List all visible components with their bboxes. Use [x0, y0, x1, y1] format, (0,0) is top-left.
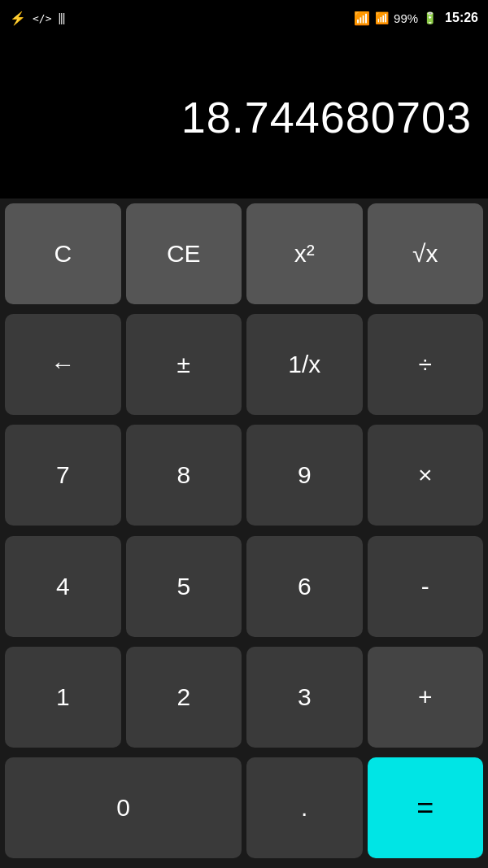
battery-icon: 🔋 [423, 11, 437, 24]
display-area: 18.744680703 [0, 36, 488, 198]
btn-1[interactable]: 1 [5, 647, 121, 748]
display-value: 18.744680703 [181, 92, 472, 142]
button-row-4: 4 5 6 - [5, 536, 483, 642]
button-row-1: C CE x² √x [5, 203, 483, 309]
btn-x2[interactable]: x² [246, 203, 363, 304]
btn-c[interactable]: C [5, 203, 121, 304]
usb-icon: ⚡ [10, 11, 26, 26]
btn-2[interactable]: 2 [126, 647, 242, 748]
btn-plusminus[interactable]: ± [126, 314, 242, 415]
time-display: 15:26 [445, 11, 478, 25]
battery-percent: 99% [394, 11, 418, 25]
btn-3[interactable]: 3 [246, 647, 363, 748]
btn-backspace[interactable]: ← [5, 314, 121, 415]
status-right-info: 📶 📶 99% 🔋 15:26 [354, 11, 478, 26]
wifi-icon: 📶 [354, 11, 370, 26]
btn-7[interactable]: 7 [5, 425, 121, 526]
btn-multiply[interactable]: × [368, 425, 484, 526]
btn-6[interactable]: 6 [246, 536, 363, 637]
calculator-grid: C CE x² √x ← ± 1/x ÷ 7 8 9 × 4 5 6 - 1 2… [0, 198, 488, 868]
btn-9[interactable]: 9 [246, 425, 363, 526]
signal-icon: 📶 [375, 11, 389, 24]
code-icon: </> [33, 12, 51, 24]
btn-ce[interactable]: CE [126, 203, 242, 304]
status-left-icons: ⚡ </> ||| [10, 11, 64, 26]
btn-5[interactable]: 5 [126, 536, 242, 637]
btn-decimal[interactable]: . [246, 757, 363, 858]
btn-subtract[interactable]: - [368, 536, 484, 637]
button-row-3: 7 8 9 × [5, 425, 483, 530]
btn-equals[interactable]: = [368, 757, 484, 858]
button-row-5: 1 2 3 + [5, 647, 483, 752]
button-row-2: ← ± 1/x ÷ [5, 314, 483, 420]
barcode-icon: ||| [58, 11, 64, 24]
status-bar: ⚡ </> ||| 📶 📶 99% 🔋 15:26 [0, 0, 488, 36]
btn-add[interactable]: + [368, 647, 484, 748]
btn-0[interactable]: 0 [5, 757, 242, 858]
btn-divide[interactable]: ÷ [368, 314, 484, 415]
btn-8[interactable]: 8 [126, 425, 242, 526]
btn-4[interactable]: 4 [5, 536, 121, 637]
btn-sqrt[interactable]: √x [368, 203, 484, 304]
btn-inverse[interactable]: 1/x [246, 314, 363, 415]
button-row-6: 0 . = [5, 757, 483, 863]
